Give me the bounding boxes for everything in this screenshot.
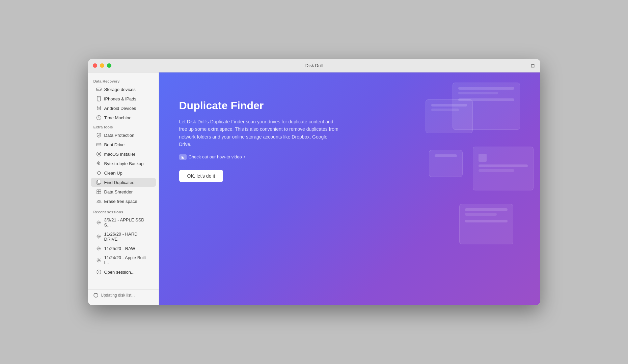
bg-card-5	[459, 204, 513, 244]
sidebar-item-session-2[interactable]: 11/26/20 - HARD DRIVE	[91, 230, 156, 243]
sidebar-item-data-protection[interactable]: Data Protection	[91, 131, 156, 140]
session-gear-icon-4	[96, 257, 102, 263]
session-gear-icon-1	[96, 220, 102, 225]
video-link[interactable]: ▶ Check out our how-to video ›	[179, 154, 341, 160]
find-duplicates-label: Find Duplicates	[104, 180, 135, 185]
page-description: Let Disk Drill's Duplicate Finder scan y…	[179, 118, 341, 148]
svg-point-5	[99, 100, 99, 101]
sidebar-item-byte-to-byte[interactable]: Byte-to-byte Backup	[91, 159, 156, 168]
main-text-area: Duplicate Finder Let Disk Drill's Duplic…	[179, 99, 341, 182]
sidebar-item-time-machine[interactable]: Time Machine	[91, 113, 156, 122]
sidebar-item-clean-up[interactable]: Clean Up	[91, 169, 156, 177]
boot-drive-icon	[96, 142, 102, 147]
session-gear-icon-3	[96, 246, 102, 251]
backup-icon	[96, 161, 102, 166]
video-link-text: Check out our how-to video	[189, 154, 242, 159]
chevron-right-icon: ›	[244, 154, 245, 159]
sidebar-status: Updating disk list...	[88, 289, 159, 301]
svg-line-13	[99, 118, 100, 118]
sidebar-toggle-icon[interactable]: ⊟	[530, 63, 536, 68]
clock-icon	[96, 115, 102, 120]
svg-rect-26	[99, 192, 101, 194]
copy-icon	[96, 180, 102, 185]
circle-x-icon	[96, 151, 102, 157]
macos-installer-label: macOS Installer	[104, 152, 135, 157]
sidebar-item-erase-free-space[interactable]: Erase free space	[91, 197, 156, 206]
titlebar-right: ⊟	[530, 63, 536, 68]
svg-line-8	[100, 107, 101, 107]
status-text: Updating disk list...	[101, 293, 135, 298]
bg-card-1	[453, 83, 520, 130]
extra-tools-header: Extra tools	[88, 122, 159, 130]
data-protection-label: Data Protection	[104, 133, 135, 138]
sidebar-item-iphones[interactable]: iPhones & iPads	[91, 94, 156, 103]
data-shredder-label: Data Shredder	[104, 189, 133, 194]
shield-icon	[96, 132, 102, 138]
session-1-label: 3/9/21 - APPLE SSD S...	[104, 217, 151, 228]
svg-point-10	[99, 108, 100, 109]
svg-point-16	[100, 144, 101, 144]
sidebar-item-boot-drive[interactable]: Boot Drive	[91, 140, 156, 149]
byte-to-byte-label: Byte-to-byte Backup	[104, 161, 144, 166]
clean-up-label: Clean Up	[104, 171, 122, 176]
sidebar-item-session-1[interactable]: 3/9/21 - APPLE SSD S...	[91, 216, 156, 229]
minimize-button[interactable]	[100, 63, 104, 68]
time-machine-label: Time Machine	[104, 115, 132, 120]
svg-rect-25	[97, 192, 99, 194]
svg-point-1	[100, 89, 100, 90]
android-icon	[96, 105, 102, 111]
content-area: Data Recovery Storage devices	[88, 72, 540, 305]
sidebar-item-android[interactable]: Android Devices	[91, 104, 156, 113]
close-button[interactable]	[93, 63, 97, 68]
bg-card-4	[429, 150, 463, 177]
svg-line-7	[97, 107, 98, 107]
svg-rect-22	[98, 180, 101, 184]
erase-free-space-label: Erase free space	[104, 199, 137, 204]
android-label: Android Devices	[104, 106, 136, 111]
svg-marker-20	[97, 171, 101, 175]
phone-icon	[96, 96, 102, 101]
sidebar-item-open-session[interactable]: Open session...	[91, 268, 156, 276]
session-4-label: 11/24/20 - Apple Built I...	[104, 255, 151, 265]
svg-point-30	[98, 260, 100, 261]
hdd-icon	[96, 87, 102, 92]
main-content-area: Duplicate Finder Let Disk Drill's Duplic…	[159, 72, 540, 305]
iphones-label: iPhones & iPads	[104, 96, 136, 101]
svg-point-27	[98, 222, 100, 223]
sidebar-item-find-duplicates[interactable]: Find Duplicates	[91, 178, 156, 187]
svg-point-29	[98, 248, 100, 249]
diamond-icon	[96, 170, 102, 176]
bg-card-3	[473, 147, 534, 190]
erase-icon	[96, 199, 102, 204]
window-title: Disk Drill	[305, 63, 323, 68]
main-window: Disk Drill ⊟ Data Recovery Storage devic…	[88, 59, 540, 305]
cta-button[interactable]: OK, let's do it	[179, 170, 223, 182]
svg-point-28	[98, 236, 100, 237]
loading-spinner	[93, 293, 98, 298]
sidebar-item-storage-devices[interactable]: Storage devices	[91, 85, 156, 94]
storage-devices-label: Storage devices	[104, 87, 136, 92]
sidebar-item-session-3[interactable]: 11/25/20 - RAW	[91, 244, 156, 253]
svg-rect-23	[97, 190, 99, 192]
svg-rect-6	[97, 107, 101, 110]
sidebar-item-macos-installer[interactable]: macOS Installer	[91, 150, 156, 158]
plus-icon	[96, 269, 102, 275]
background-decorations	[388, 72, 540, 305]
svg-point-9	[98, 108, 99, 109]
bg-card-2	[426, 99, 473, 133]
session-3-label: 11/25/20 - RAW	[104, 246, 135, 251]
session-2-label: 11/26/20 - HARD DRIVE	[104, 232, 151, 242]
video-icon: ▶	[179, 154, 187, 160]
recent-sessions-header: Recent sessions	[88, 207, 159, 215]
boot-drive-label: Boot Drive	[104, 142, 125, 147]
sidebar-item-session-4[interactable]: 11/24/20 - Apple Built I...	[91, 253, 156, 267]
sidebar-item-data-shredder[interactable]: Data Shredder	[91, 187, 156, 196]
page-title: Duplicate Finder	[179, 99, 341, 112]
sidebar: Data Recovery Storage devices	[88, 72, 159, 305]
session-gear-icon-2	[96, 234, 102, 239]
grid-icon	[96, 189, 102, 194]
maximize-button[interactable]	[107, 63, 111, 68]
data-recovery-header: Data Recovery	[88, 77, 159, 85]
traffic-lights	[93, 63, 111, 68]
svg-rect-24	[99, 190, 101, 192]
